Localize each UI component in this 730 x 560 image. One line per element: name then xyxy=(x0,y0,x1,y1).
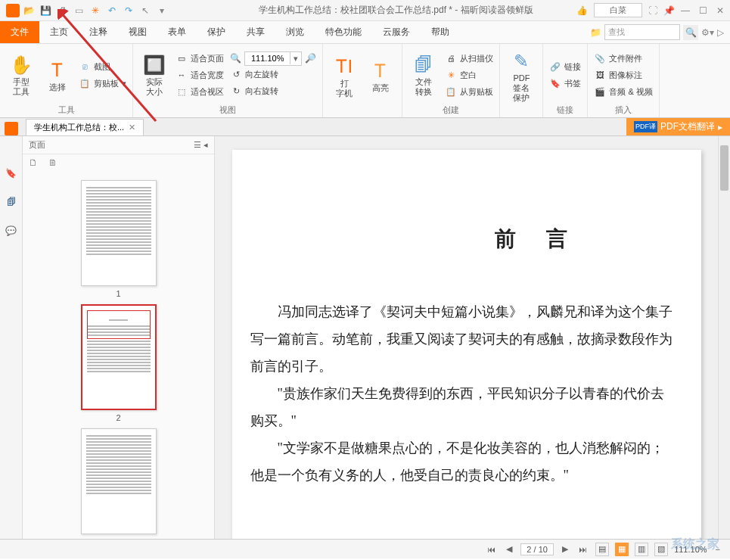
prev-page-button[interactable]: ◀ xyxy=(504,544,514,554)
first-page-button[interactable]: ⏮ xyxy=(485,545,498,554)
tab-share[interactable]: 共享 xyxy=(236,21,275,43)
thumbnail-page-1[interactable]: 1 xyxy=(81,180,157,298)
next-page-button[interactable]: ▶ xyxy=(560,544,570,554)
menu-bar: 文件 主页 注释 视图 表单 保护 共享 浏览 特色功能 云服务 帮助 📁 查找… xyxy=(0,21,730,44)
hand-icon: ✋ xyxy=(9,53,33,77)
paragraph-1: 冯加同志选译了《契诃夫中短篇小说集》，风麟兄和译为这个集子写一篇前言。动笔前，我… xyxy=(232,298,701,380)
fullscreen-icon[interactable]: ⛶ xyxy=(648,5,657,16)
search-folder-icon[interactable]: 📁 xyxy=(590,27,601,38)
tab-form[interactable]: 表单 xyxy=(157,21,197,43)
from-scanner-button[interactable]: 🖨从扫描仪 xyxy=(445,51,493,66)
side-panel: 🔖 🗐 💬 xyxy=(0,136,23,539)
file-attach-button[interactable]: 📎文件附件 xyxy=(594,51,652,66)
print-icon[interactable]: 🖨 xyxy=(56,5,68,17)
page-icon[interactable]: ▭ xyxy=(73,5,85,17)
clipboard-icon: 📋 xyxy=(79,77,91,89)
fit-width-button[interactable]: ↔适合宽度 xyxy=(176,67,224,82)
maximize-icon[interactable]: ☐ xyxy=(699,5,707,16)
view-mode-2-button[interactable]: ▦ xyxy=(615,543,629,556)
fit-visible-button[interactable]: ⬚适合视区 xyxy=(176,84,224,99)
view-mode-3-button[interactable]: ▥ xyxy=(635,543,648,556)
tab-view[interactable]: 视图 xyxy=(118,21,157,43)
document-tab[interactable]: 学生机构工作总结：校... ✕ xyxy=(26,119,144,135)
tab-home[interactable]: 主页 xyxy=(39,21,79,43)
panel-menu-icon[interactable]: ☰ ◂ xyxy=(194,140,208,150)
tab-features[interactable]: 特色功能 xyxy=(315,21,372,43)
rotate-right-button[interactable]: ↻向右旋转 xyxy=(230,84,316,99)
search-input[interactable]: 查找 xyxy=(604,24,680,40)
collapse-ribbon-icon[interactable]: ▷ xyxy=(717,27,724,38)
link-button[interactable]: 🔗链接 xyxy=(549,59,581,74)
thumb-tool2-icon[interactable]: 🗎 xyxy=(48,157,61,170)
canvas-scroll[interactable]: 前言 冯加同志选译了《契诃夫中短篇小说集》，风麟兄和译为这个集子写一篇前言。动笔… xyxy=(215,136,718,539)
clipboard-button[interactable]: 📋剪贴板▾ xyxy=(79,76,126,91)
paragraph-2: "贵族作家们天生免费得到的东西，平民知识分子以青春的代价去购买。" xyxy=(232,380,701,434)
pdf-translate-button[interactable]: PDF译 PDF文档翻译▸ xyxy=(626,118,730,135)
zoom-out-icon[interactable]: 🔍 xyxy=(230,53,241,64)
comments-panel-icon[interactable]: 💬 xyxy=(5,224,18,238)
document-heading: 前言 xyxy=(232,226,701,253)
view-mode-4-button[interactable]: ▧ xyxy=(654,543,668,556)
close-icon[interactable]: ✕ xyxy=(716,5,724,16)
tab-browse[interactable]: 浏览 xyxy=(275,21,315,43)
redo-icon[interactable]: ↷ xyxy=(123,5,135,17)
bookmark-panel-icon[interactable]: 🔖 xyxy=(5,166,18,180)
highlight-button[interactable]: Ꭲ 高亮 xyxy=(365,58,396,95)
vertical-scrollbar[interactable] xyxy=(718,136,730,539)
view-mode-1-button[interactable]: ▤ xyxy=(595,543,609,556)
tab-protect[interactable]: 保护 xyxy=(197,21,236,43)
av-icon: 🎬 xyxy=(594,86,606,98)
thumbnail-page-3[interactable] xyxy=(81,428,157,534)
pin-icon[interactable]: 📌 xyxy=(663,5,675,16)
tab-cloud[interactable]: 云服务 xyxy=(372,21,421,43)
actual-size-button[interactable]: 🔲 实际 大小 xyxy=(139,51,169,98)
save-icon[interactable]: 💾 xyxy=(39,5,51,17)
pages-panel-icon[interactable]: 🗐 xyxy=(5,195,18,209)
blank-page-button[interactable]: ✳空白 xyxy=(445,67,493,82)
last-page-button[interactable]: ⏭ xyxy=(576,545,589,554)
zoom-in-icon[interactable]: 🔎 xyxy=(305,53,316,64)
window-title: 学生机构工作总结：校社团联合会工作总结.pdf * - 福昕阅读器领鲜版 xyxy=(259,4,533,17)
thumbnails-header: 页面 ☰ ◂ xyxy=(23,136,214,154)
new-icon[interactable]: ✳ xyxy=(89,5,101,17)
close-tab-icon[interactable]: ✕ xyxy=(129,123,135,132)
settings-gear-icon[interactable]: ⚙▾ xyxy=(701,27,714,38)
translate-icon: PDF译 xyxy=(634,121,657,132)
blank-icon: ✳ xyxy=(445,69,457,81)
tab-help[interactable]: 帮助 xyxy=(421,21,460,43)
image-annot-button[interactable]: 🖼图像标注 xyxy=(594,67,652,82)
zoom-combo[interactable]: 111.10%▾ xyxy=(244,51,302,66)
open-icon[interactable]: 📂 xyxy=(23,5,35,17)
zoom-out-button[interactable]: − xyxy=(713,545,722,554)
cursor-icon[interactable]: ↖ xyxy=(139,5,151,17)
rotate-left-button[interactable]: ↺向左旋转 xyxy=(230,67,316,82)
file-convert-button[interactable]: 🗐 文件 转换 xyxy=(408,51,439,98)
file-convert-icon: 🗐 xyxy=(412,53,436,77)
user-label[interactable]: 白菜 xyxy=(594,3,642,17)
select-tool-button[interactable]: Ꭲ 选择 xyxy=(42,57,73,94)
bookmark-button[interactable]: 🔖书签 xyxy=(549,76,581,91)
audio-video-button[interactable]: 🎬音频 & 视频 xyxy=(594,84,652,99)
dropdown-icon[interactable]: ▾ xyxy=(156,5,168,17)
typewriter-button[interactable]: ᎢI 打 字机 xyxy=(329,53,359,100)
pdf-sign-button[interactable]: ✎ PDF 签名 保护 xyxy=(506,48,536,104)
undo-icon[interactable]: ↶ xyxy=(106,5,118,17)
search-icon[interactable]: 🔍 xyxy=(683,25,698,40)
page-number-input[interactable]: 2 / 10 xyxy=(520,543,554,555)
fit-width-icon: ↔ xyxy=(176,69,188,81)
fit-page-button[interactable]: ▭适合页面 xyxy=(176,51,224,66)
paragraph-3: "文学家不是做糖果点心的，不是化妆美容的，也人消愁解闷的；他是一个负有义务的人，… xyxy=(232,434,701,489)
image-icon: 🖼 xyxy=(594,69,606,81)
thumb-tool1-icon[interactable]: 🗋 xyxy=(29,157,41,170)
tab-annotate[interactable]: 注释 xyxy=(79,21,118,43)
group-view-label: 视图 xyxy=(139,103,316,116)
hand-tool-button[interactable]: ✋ 手型 工具 xyxy=(6,51,36,98)
thumbnails-list[interactable]: 1 2 xyxy=(23,173,214,539)
thumbnail-page-2[interactable]: 2 xyxy=(81,304,157,422)
minimize-icon[interactable]: — xyxy=(681,5,690,16)
like-icon[interactable]: 👍 xyxy=(576,5,588,16)
page-view[interactable]: 前言 冯加同志选译了《契诃夫中短篇小说集》，风麟兄和译为这个集子写一篇前言。动笔… xyxy=(232,150,701,539)
tab-file[interactable]: 文件 xyxy=(0,21,39,43)
from-clipboard-button[interactable]: 📋从剪贴板 xyxy=(445,84,493,99)
screenshot-button[interactable]: ⎚截图 xyxy=(79,59,126,74)
